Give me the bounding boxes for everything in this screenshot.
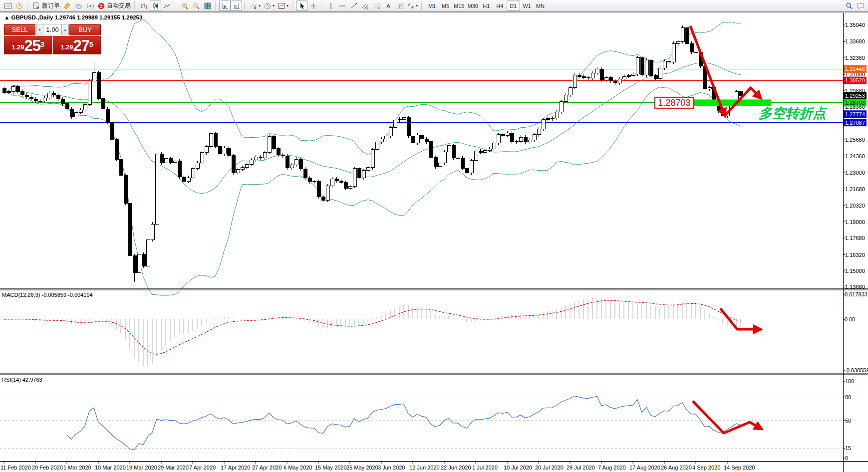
sell-price[interactable]: 1.29 25 3 xyxy=(4,36,52,54)
candle-body xyxy=(501,134,505,135)
time-tick-label: 6 May 2020 xyxy=(284,465,312,471)
text-label-button[interactable]: T xyxy=(394,0,405,11)
candle-body xyxy=(227,148,231,155)
tf-m1[interactable]: M1 xyxy=(425,0,439,11)
trendline-button[interactable] xyxy=(348,0,359,11)
charts-button[interactable] xyxy=(2,0,13,11)
rsi-axis-label: 80 xyxy=(845,394,851,400)
price-chart[interactable]: 1.350401.336801.323601.310001.296801.283… xyxy=(0,13,868,472)
tf-m30[interactable]: M30 xyxy=(466,0,479,11)
profiles-button[interactable] xyxy=(13,0,25,11)
neworder-icon xyxy=(32,2,40,10)
price-tick-label: 1.25680 xyxy=(845,137,865,143)
buy-price[interactable]: 1.29 27 5 xyxy=(53,36,101,54)
market-button[interactable] xyxy=(73,0,84,11)
vertical-line-button[interactable] xyxy=(325,0,336,11)
candle-body xyxy=(38,101,42,101)
tf-mn[interactable]: MN xyxy=(534,0,547,11)
volume-down-button[interactable]: ▼ xyxy=(36,24,43,35)
toolbar: 新订单自动交易▾▾▾EFAT▾M1M5M15M30H1H4D1W1MN xyxy=(0,0,868,12)
candle-body xyxy=(92,73,96,81)
tf-h1[interactable]: H1 xyxy=(480,0,493,11)
search-button[interactable] xyxy=(843,0,855,11)
time-tick-label: 7 Apr 2020 xyxy=(189,465,216,471)
candle-body xyxy=(631,74,635,75)
chat-button[interactable] xyxy=(855,0,866,11)
arrows-button[interactable]: ▾ xyxy=(405,0,419,11)
metaeditor-button[interactable] xyxy=(61,0,73,11)
tf-h4[interactable]: H4 xyxy=(493,0,507,11)
candle-body xyxy=(497,134,500,143)
tf-w1[interactable]: W1 xyxy=(520,0,534,11)
candle-body xyxy=(542,119,545,129)
candle-body xyxy=(223,148,226,154)
candle-body xyxy=(393,120,397,127)
turning-point-note[interactable]: 多空转折点 xyxy=(759,106,828,121)
autotrading-button[interactable]: 自动交易 xyxy=(96,0,132,11)
chat-icon xyxy=(857,2,865,10)
text-button[interactable]: A xyxy=(382,0,394,11)
search-icon xyxy=(845,2,853,10)
candle-body xyxy=(25,95,28,97)
tf-m15[interactable]: M15 xyxy=(452,0,466,11)
channel-button[interactable]: E xyxy=(359,0,371,11)
periods-button[interactable]: ▾ xyxy=(262,0,276,11)
candle-body xyxy=(110,122,114,139)
toolbar-item-label: 新订单 xyxy=(42,1,60,10)
candle-body xyxy=(169,159,172,163)
candle-body xyxy=(56,95,60,99)
time-tick-label: 7 Aug 2020 xyxy=(598,465,626,471)
candle-body xyxy=(119,159,123,175)
support-zone-rect[interactable] xyxy=(694,99,771,106)
time-tick-label: 20 Feb 2020 xyxy=(32,465,63,471)
fibonacci-button[interactable]: F xyxy=(371,0,382,11)
chart-canvas[interactable]: 1.350401.336801.323601.310001.296801.283… xyxy=(0,13,868,472)
candle-body xyxy=(366,168,370,170)
candle-body xyxy=(241,167,244,169)
macd-axis-label: 0.017833 xyxy=(845,291,868,297)
candle-body xyxy=(277,148,280,155)
auto-scroll-button[interactable] xyxy=(219,0,231,11)
volume-up-button[interactable]: ▲ xyxy=(61,24,69,35)
indicators-button[interactable]: ▾ xyxy=(248,0,262,11)
chart-shift-button[interactable] xyxy=(231,0,242,11)
sell-button[interactable]: SELL xyxy=(4,24,35,35)
tf-m5[interactable]: M5 xyxy=(439,0,452,11)
candle-body xyxy=(636,58,639,74)
candle-chart-button[interactable] xyxy=(150,0,161,11)
candle-body xyxy=(537,129,541,135)
crosshair-button[interactable] xyxy=(307,0,319,11)
tf-d1[interactable]: D1 xyxy=(507,0,520,11)
dropdown-arrow-icon: ▾ xyxy=(287,3,289,8)
cursor-button[interactable] xyxy=(296,0,307,11)
horizontal-line-button[interactable] xyxy=(336,0,348,11)
signals-button[interactable] xyxy=(84,0,96,11)
buy-button[interactable]: BUY xyxy=(69,24,101,35)
tile-windows-button[interactable] xyxy=(202,0,213,11)
toolbar-group-divider xyxy=(27,1,29,10)
candle-body xyxy=(483,150,487,152)
autoscroll-icon xyxy=(221,2,229,10)
candle-body xyxy=(429,142,433,158)
volume-input[interactable] xyxy=(43,24,61,35)
hline-icon xyxy=(338,2,346,10)
new-order-button[interactable]: 新订单 xyxy=(31,0,61,11)
candle-body xyxy=(389,128,392,136)
candle-body xyxy=(214,134,217,147)
line-chart-button[interactable] xyxy=(161,0,173,11)
templates-button[interactable]: ▾ xyxy=(276,0,290,11)
signal-icon xyxy=(86,2,94,10)
price-tick-label: 1.23000 xyxy=(845,170,865,176)
candle-body xyxy=(29,97,33,99)
zoom-out-button[interactable] xyxy=(190,0,202,11)
candle-body xyxy=(609,78,612,81)
bar-chart-button[interactable] xyxy=(138,0,150,11)
toolbar-right xyxy=(843,0,866,11)
candle-body xyxy=(524,137,527,142)
zoom-in-button[interactable] xyxy=(179,0,190,11)
dropdown-arrow-icon: ▾ xyxy=(259,3,261,8)
candle-body xyxy=(236,169,240,173)
price-tick-label: 1.15000 xyxy=(845,268,865,274)
svg-text:T: T xyxy=(398,3,401,8)
time-tick-label: 29 Mar 2020 xyxy=(158,465,189,471)
